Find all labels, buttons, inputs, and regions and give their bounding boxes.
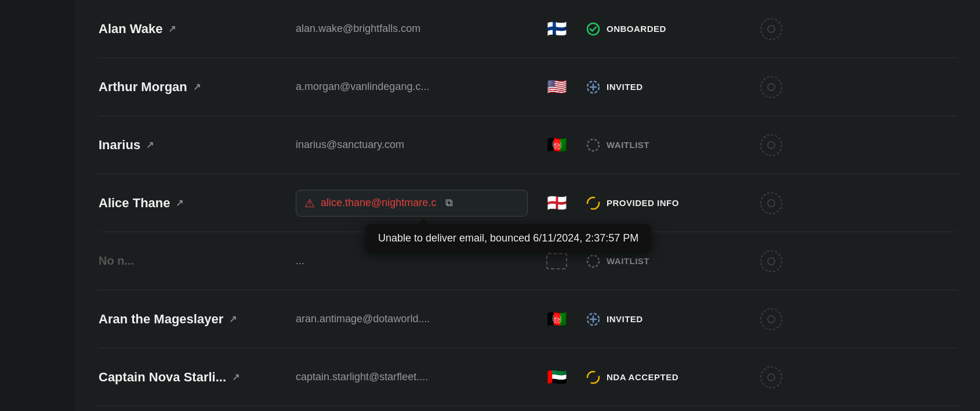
email-text: alan.wake@brightfalls.com: [296, 23, 420, 34]
email-col: a.morgan@vanlindegang.c...: [296, 81, 528, 93]
status-badge: NDA ACCEPTED: [586, 370, 748, 385]
provided-info-icon: [586, 196, 601, 211]
country-flag: 🏴󠁧󠁢󠁥󠁮󠁧󠁿: [547, 195, 567, 211]
external-link-icon[interactable]: ↗: [229, 313, 237, 325]
svg-point-24: [768, 374, 775, 381]
email-error-tooltip: Unable to deliver email, bounced 6/11/20…: [365, 224, 651, 253]
svg-point-10: [768, 142, 775, 149]
svg-point-1: [761, 19, 782, 39]
gear-col[interactable]: [748, 250, 794, 273]
status-col: NDA ACCEPTED: [586, 370, 748, 385]
status-badge: WAITLIST: [586, 254, 748, 269]
svg-point-2: [768, 26, 775, 33]
email-text: a.morgan@vanlindegang.c...: [296, 81, 429, 92]
table-row: Captain Nova Starli... ↗ captain.starlig…: [99, 348, 957, 406]
status-col: INVITED: [586, 80, 748, 95]
country-flag: 🇦🇪: [547, 369, 567, 385]
email-text: aran.antimage@dotaworld....: [296, 313, 430, 325]
email-col: captain.starlight@starfleet....: [296, 371, 528, 383]
table-row: Alice Thane ↗ ⚠ alice.thane@nightmare.c …: [99, 174, 957, 232]
country-flag: 🇦🇫: [547, 311, 567, 327]
email-error-col: ⚠ alice.thane@nightmare.c ⧉ Unable to de…: [296, 190, 528, 217]
name-col: Aran the Mageslayer ↗: [99, 312, 296, 327]
user-name: Arthur Morgan ↗: [99, 80, 296, 95]
sidebar: [0, 0, 75, 411]
svg-point-22: [587, 372, 599, 383]
status-col: PROVIDED INFO: [586, 196, 748, 211]
svg-point-20: [761, 309, 782, 330]
country-flag: 🇺🇸: [547, 79, 567, 95]
error-icon: ⚠: [304, 196, 315, 210]
external-link-icon[interactable]: ↗: [232, 372, 239, 383]
email-text: ...: [296, 255, 304, 266]
onboarded-icon: [586, 21, 601, 37]
name-col: Alice Thane ↗: [99, 196, 296, 211]
empty-flag: [546, 253, 567, 269]
email-col: ...: [296, 255, 528, 267]
gear-icon: [760, 250, 783, 273]
status-col: WAITLIST: [586, 138, 748, 153]
email-col: inarius@sanctuary.com: [296, 139, 528, 151]
flag-col: 🏴󠁧󠁢󠁥󠁮󠁧󠁿: [528, 195, 586, 211]
waitlist-icon: [586, 254, 601, 269]
flag-col: [528, 253, 586, 269]
gear-col[interactable]: [748, 308, 794, 331]
email-text: inarius@sanctuary.com: [296, 139, 404, 150]
gear-col[interactable]: [748, 75, 794, 99]
user-name: No n...: [99, 254, 296, 268]
table-row: Alan Wake ↗ alan.wake@brightfalls.com 🇫🇮…: [99, 0, 957, 58]
status-col: INVITED: [586, 312, 748, 327]
gear-col[interactable]: [748, 192, 794, 215]
name-col: Inarius ↗: [99, 138, 296, 153]
status-col: WAITLIST: [586, 254, 748, 269]
gear-col[interactable]: [748, 366, 794, 389]
external-link-icon[interactable]: ↗: [168, 23, 176, 34]
flag-col: 🇦🇫: [528, 137, 586, 153]
email-error-box: ⚠ alice.thane@nightmare.c ⧉: [296, 190, 528, 217]
svg-point-13: [768, 200, 775, 207]
svg-point-8: [587, 139, 599, 151]
svg-point-9: [761, 135, 782, 156]
nda-icon: [586, 370, 601, 385]
copy-icon[interactable]: ⧉: [445, 197, 453, 209]
svg-point-15: [761, 251, 782, 272]
user-name: Inarius ↗: [99, 138, 296, 153]
gear-icon: [760, 308, 783, 331]
table-row: Aran the Mageslayer ↗ aran.antimage@dota…: [99, 290, 957, 348]
table-row: Inarius ↗ inarius@sanctuary.com 🇦🇫 WAITL…: [99, 116, 957, 174]
svg-point-12: [761, 193, 782, 214]
user-name: Captain Nova Starli... ↗: [99, 370, 296, 385]
email-error-text: alice.thane@nightmare.c: [321, 197, 436, 209]
country-flag: 🇫🇮: [547, 21, 567, 37]
external-link-icon[interactable]: ↗: [176, 197, 183, 208]
name-col: Alan Wake ↗: [99, 21, 296, 37]
external-link-icon[interactable]: ↗: [193, 81, 201, 92]
status-badge: PROVIDED INFO: [586, 196, 748, 211]
user-name: Alan Wake ↗: [99, 21, 296, 37]
table-row: Arthur Morgan ↗ a.morgan@vanlindegang.c.…: [99, 58, 957, 116]
gear-col[interactable]: [748, 134, 794, 157]
svg-point-21: [768, 316, 775, 323]
gear-icon: [760, 134, 783, 157]
svg-point-0: [587, 23, 599, 35]
user-name: Alice Thane ↗: [99, 196, 296, 211]
status-badge: INVITED: [586, 312, 748, 327]
svg-point-7: [768, 84, 775, 91]
waitlist-icon: [586, 138, 601, 153]
flag-col: 🇫🇮: [528, 21, 586, 37]
status-badge: ONBOARDED: [586, 21, 748, 37]
svg-point-23: [761, 367, 782, 388]
email-text: captain.starlight@starfleet....: [296, 371, 428, 383]
email-col: aran.antimage@dotaworld....: [296, 313, 528, 325]
gear-col[interactable]: [748, 17, 794, 41]
main-content: Alan Wake ↗ alan.wake@brightfalls.com 🇫🇮…: [75, 0, 980, 411]
status-badge: INVITED: [586, 80, 748, 95]
status-badge: WAITLIST: [586, 138, 748, 153]
name-col: Captain Nova Starli... ↗: [99, 370, 296, 385]
external-link-icon[interactable]: ↗: [146, 139, 154, 150]
svg-point-11: [587, 197, 599, 209]
flag-col: 🇦🇪: [528, 369, 586, 385]
flag-col: 🇦🇫: [528, 311, 586, 327]
user-name: Aran the Mageslayer ↗: [99, 312, 296, 327]
invited-icon: [586, 312, 601, 327]
